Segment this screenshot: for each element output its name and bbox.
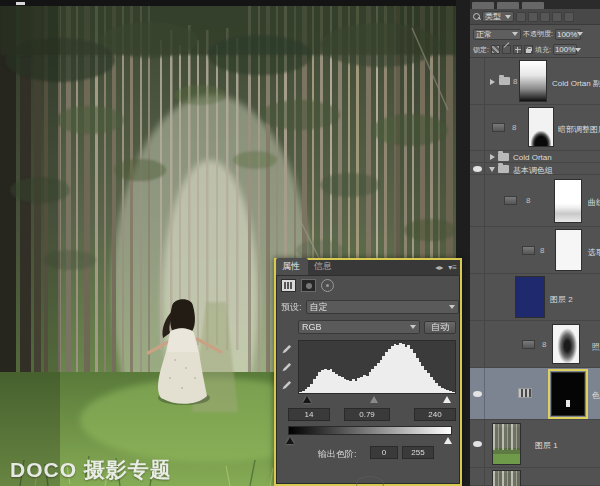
layer-thumbnail[interactable] xyxy=(515,276,545,318)
visibility-toggle[interactable] xyxy=(470,321,485,367)
preset-dropdown[interactable]: 自定 xyxy=(306,300,459,314)
preset-value: 自定 xyxy=(310,301,328,314)
channel-row: RGB 自动 xyxy=(298,320,456,334)
visibility-toggle[interactable] xyxy=(470,227,485,273)
blend-mode-dropdown[interactable]: 正常 xyxy=(473,29,521,40)
folder-icon xyxy=(499,77,510,85)
white-point-eyedropper-icon[interactable] xyxy=(281,380,292,391)
visibility-toggle[interactable] xyxy=(470,58,485,104)
tab-properties[interactable]: 属性 xyxy=(276,258,308,275)
output-label: 输出色阶: xyxy=(318,448,357,461)
lock-all-icon[interactable] xyxy=(524,45,533,54)
filter-pixel-icon[interactable] xyxy=(516,12,526,22)
layer-name[interactable]: Cold Ortan 副本 xyxy=(552,78,600,89)
link-icon: 8 xyxy=(542,340,546,349)
filter-type-icon[interactable] xyxy=(540,12,550,22)
collapse-arrow-icon[interactable] xyxy=(489,167,495,172)
panel-tab[interactable] xyxy=(497,2,519,9)
visibility-toggle[interactable] xyxy=(470,163,485,174)
highlights-slider[interactable] xyxy=(443,396,451,403)
opacity-label: 不透明度: xyxy=(523,29,553,39)
fill-value: 100% xyxy=(555,45,575,54)
layer-row-selected[interactable]: 色阶 1 xyxy=(470,368,600,420)
layer-name[interactable]: 暗部调整图层 xyxy=(558,124,600,135)
levels-icon[interactable] xyxy=(281,279,296,292)
collapse-panel-icon[interactable]: ◂▸ xyxy=(435,263,443,272)
eye-icon xyxy=(473,166,482,172)
panel-menu-icon[interactable]: ▾≡ xyxy=(448,263,457,272)
layer-name[interactable]: 图层 1 xyxy=(535,440,558,451)
expand-arrow-icon[interactable] xyxy=(490,79,495,85)
layer-row[interactable]: 8 照片滤镜 xyxy=(470,321,600,368)
link-icon: 8 xyxy=(540,246,544,255)
filter-type-dropdown[interactable]: 类型 xyxy=(482,11,514,22)
panel-footer-arc xyxy=(356,476,384,486)
layer-name[interactable]: Cold Ortan xyxy=(513,153,552,162)
fill-field[interactable]: 100% xyxy=(553,44,577,55)
output-white-slider[interactable] xyxy=(444,437,452,444)
properties-panel: 属性 信息 ◂▸ ▾≡ 预设: 自定 xyxy=(274,258,462,486)
filter-shape-icon[interactable] xyxy=(552,12,562,22)
clip-to-layer-icon[interactable] xyxy=(321,279,334,292)
layer-name[interactable]: 选取 xyxy=(588,247,600,258)
layer-name[interactable]: 图层 2 xyxy=(550,294,573,305)
output-white-input[interactable]: 255 xyxy=(402,446,434,459)
expand-arrow-icon[interactable] xyxy=(490,154,495,160)
layer-thumbnail[interactable] xyxy=(492,470,521,486)
selected-mask-thumbnail[interactable] xyxy=(551,372,585,416)
visibility-toggle[interactable] xyxy=(470,151,485,162)
channel-dropdown[interactable]: RGB xyxy=(298,320,420,334)
filter-adjustment-icon[interactable] xyxy=(528,12,538,22)
mask-icon[interactable] xyxy=(301,279,316,292)
lock-pixels-icon[interactable] xyxy=(502,45,511,54)
visibility-toggle[interactable] xyxy=(470,274,485,320)
layer-name[interactable]: 色阶 1 xyxy=(592,390,600,401)
chevron-down-icon xyxy=(512,32,518,36)
properties-header: 属性 信息 ◂▸ ▾≡ xyxy=(276,260,460,276)
layer-mask-thumbnail[interactable] xyxy=(528,107,554,147)
layer-name[interactable]: 照片滤镜 xyxy=(592,341,600,352)
layer-mask-thumbnail[interactable] xyxy=(555,229,582,271)
adjustment-icon xyxy=(492,123,505,132)
layer-row[interactable] xyxy=(470,468,600,486)
midtones-slider[interactable] xyxy=(370,396,378,403)
layer-thumbnail[interactable] xyxy=(492,423,521,465)
layer-row[interactable]: 8 曲线 xyxy=(470,175,600,227)
layer-row[interactable]: Cold Ortan xyxy=(470,151,600,163)
panel-tab[interactable] xyxy=(472,2,494,9)
layer-row[interactable]: 8 暗部调整图层 xyxy=(470,105,600,151)
highlights-input[interactable]: 240 xyxy=(414,408,456,421)
layer-mask-thumbnail[interactable] xyxy=(552,324,580,364)
layer-row[interactable]: 8 Cold Ortan 副本 xyxy=(470,58,600,105)
layer-row[interactable]: 8 选取 xyxy=(470,227,600,274)
gray-point-eyedropper-icon[interactable] xyxy=(281,362,292,373)
visibility-toggle[interactable] xyxy=(470,368,485,419)
output-black-input[interactable]: 0 xyxy=(370,446,398,459)
visibility-toggle[interactable] xyxy=(470,105,485,150)
output-black-slider[interactable] xyxy=(286,437,294,444)
lock-transparency-icon[interactable] xyxy=(491,45,500,54)
panel-tab[interactable] xyxy=(522,2,544,9)
preset-label: 预设: xyxy=(281,301,302,314)
lock-position-icon[interactable] xyxy=(513,45,522,54)
layer-mask-thumbnail[interactable] xyxy=(519,60,547,102)
black-point-eyedropper-icon[interactable] xyxy=(281,344,292,355)
visibility-toggle[interactable] xyxy=(470,420,485,467)
adjustment-icon xyxy=(522,246,535,255)
shadows-input[interactable]: 14 xyxy=(288,408,330,421)
blend-mode-row: 正常 不透明度: 100% xyxy=(470,26,600,42)
tab-info[interactable]: 信息 xyxy=(308,258,340,275)
layer-mask-thumbnail[interactable] xyxy=(554,179,582,223)
layers-panel: 类型 正常 不透明度: 100% 锁定: xyxy=(470,0,600,486)
opacity-field[interactable]: 100% xyxy=(555,29,581,40)
layer-row[interactable]: 图层 2 xyxy=(470,274,600,321)
shadows-slider[interactable] xyxy=(303,396,311,403)
layer-row[interactable]: 图层 1 xyxy=(470,420,600,468)
visibility-toggle[interactable] xyxy=(470,468,485,485)
midtones-input[interactable]: 0.79 xyxy=(344,408,390,421)
layer-name[interactable]: 曲线 xyxy=(588,197,600,208)
visibility-toggle[interactable] xyxy=(470,175,485,226)
auto-button[interactable]: 自动 xyxy=(424,321,456,334)
filter-smartobject-icon[interactable] xyxy=(564,12,574,22)
layer-row[interactable]: 基本调色组 xyxy=(470,163,600,175)
